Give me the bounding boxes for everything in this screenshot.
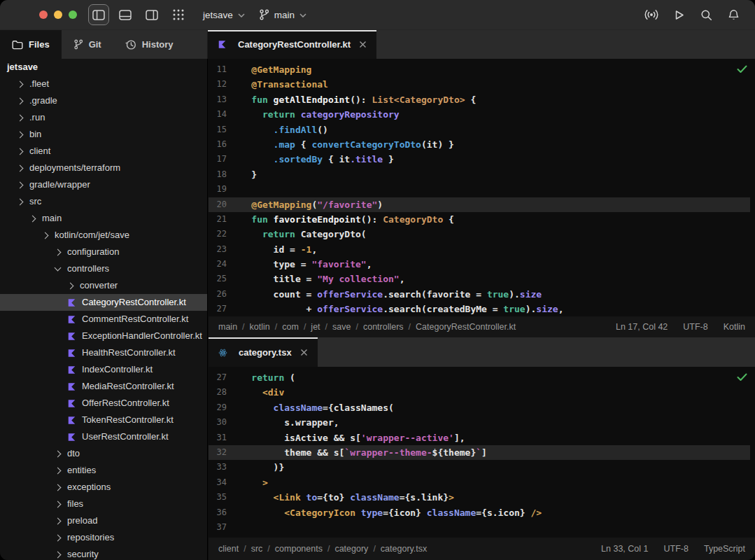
code-line[interactable]: 37 — [209, 520, 750, 535]
breadcrumb-item[interactable]: com — [282, 322, 299, 332]
breadcrumb-top[interactable]: main/kotlin/com/jet/save/controllers/Cat… — [218, 322, 616, 332]
editor-pane-top[interactable]: 11 @GetMapping12 @Transactional13 fun ge… — [209, 59, 755, 316]
tab-git[interactable]: Git — [62, 30, 113, 59]
tree-file-item[interactable]: IndexController.kt — [0, 361, 207, 378]
tree-folder-item[interactable]: main — [0, 210, 207, 227]
code-line[interactable]: 11 @GetMapping — [209, 62, 750, 77]
chevron-right-icon[interactable] — [17, 164, 24, 172]
tree-file-item[interactable]: CategoryRestController.kt — [0, 294, 207, 311]
code-line[interactable]: 15 .findAll() — [209, 122, 750, 137]
tree-folder-item[interactable]: configuration — [0, 244, 207, 260]
tree-root-item[interactable]: jetsave — [0, 59, 207, 76]
inspections-ok-icon[interactable] — [737, 65, 747, 74]
tree-folder-item[interactable]: kotlin/com/jet/save — [0, 227, 207, 244]
chevron-right-icon[interactable] — [17, 80, 24, 88]
breadcrumb-item[interactable]: main — [218, 322, 237, 332]
breadcrumb-item[interactable]: client — [218, 544, 239, 554]
live-share-button[interactable] — [642, 6, 661, 24]
chevron-right-icon[interactable] — [17, 131, 24, 138]
code-line[interactable]: 28 <div — [209, 385, 750, 400]
tree-file-item[interactable]: HealthRestController.kt — [0, 344, 207, 361]
tree-folder-item[interactable]: preload — [0, 512, 207, 529]
tree-folder-item[interactable]: repositories — [0, 529, 207, 546]
file-language[interactable]: TypeScript — [704, 544, 745, 554]
tree-folder-item[interactable]: deployments/terraform — [0, 160, 207, 176]
tree-folder-item[interactable]: converter — [0, 277, 207, 294]
code-line[interactable]: 21 fun favoriteEndpoint(): CategoryDto { — [209, 212, 750, 227]
workspaces-grid-button[interactable] — [168, 4, 189, 25]
chevron-right-icon[interactable] — [55, 484, 62, 491]
run-button[interactable] — [670, 6, 688, 24]
chevron-right-icon[interactable] — [55, 551, 62, 558]
toggle-left-panel-button[interactable] — [88, 4, 109, 25]
tree-folder-item[interactable]: files — [0, 496, 207, 512]
chevron-right-icon[interactable] — [17, 181, 24, 188]
code-line[interactable]: 34 > — [209, 475, 750, 490]
code-line[interactable]: 12 @Transactional — [209, 77, 750, 92]
chevron-right-icon[interactable] — [55, 450, 62, 457]
toggle-right-panel-button[interactable] — [141, 4, 162, 25]
tree-folder-item[interactable]: dto — [0, 445, 207, 462]
code-line[interactable]: 26 count = offerService.search(favorite … — [209, 287, 750, 302]
minimize-window-button[interactable] — [54, 10, 62, 19]
tree-folder-item[interactable]: security — [0, 546, 207, 560]
chevron-right-icon[interactable] — [17, 198, 24, 205]
file-encoding[interactable]: UTF-8 — [664, 544, 689, 554]
close-tab-icon[interactable] — [359, 41, 367, 48]
chevron-right-icon[interactable] — [42, 232, 49, 239]
code-line[interactable]: 13 fun getAllEndpoint(): List<CategoryDt… — [209, 92, 750, 107]
tree-folder-item[interactable]: entities — [0, 462, 207, 479]
code-line[interactable]: 31 isActive && s['wrapper--active'], — [209, 430, 750, 445]
inspections-ok-icon[interactable] — [737, 373, 747, 382]
tree-file-item[interactable]: UserRestController.kt — [0, 428, 207, 445]
close-tab-icon[interactable] — [300, 349, 308, 356]
tab-history[interactable]: History — [113, 30, 185, 59]
tree-folder-item[interactable]: .gradle — [0, 92, 207, 109]
editor-tab-tsx-file[interactable]: category.tsx — [209, 337, 318, 367]
code-line[interactable]: 23 id = -1, — [209, 242, 750, 257]
code-line[interactable]: 27 + offerService.search(createdByMe = t… — [209, 302, 750, 316]
tree-file-item[interactable]: OfferRestController.kt — [0, 395, 207, 412]
tree-file-item[interactable]: ExceptionHandlerController.kt — [0, 328, 207, 344]
toggle-bottom-panel-button[interactable] — [115, 4, 136, 25]
chevron-right-icon[interactable] — [55, 248, 62, 255]
tree-folder-item[interactable]: client — [0, 143, 207, 160]
breadcrumb-item[interactable]: components — [275, 544, 323, 554]
chevron-right-icon[interactable] — [17, 97, 24, 104]
branch-selector[interactable]: main — [259, 9, 306, 20]
code-line[interactable]: 24 type = "favorite", — [209, 257, 750, 272]
tree-file-item[interactable]: TokenRestController.kt — [0, 412, 207, 428]
breadcrumb-item[interactable]: category — [334, 544, 368, 554]
code-line[interactable]: 16 .map { convertCategoryToDto(it) } — [209, 137, 750, 152]
close-window-button[interactable] — [39, 10, 48, 19]
code-line[interactable]: 14 return categoryRepository — [209, 107, 750, 122]
caret-position[interactable]: Ln 33, Col 1 — [601, 544, 648, 554]
code-line-current[interactable]: 32 theme && s[`wrapper--theme-${theme}`] — [209, 445, 750, 460]
chevron-right-icon[interactable] — [55, 500, 62, 507]
breadcrumb-item[interactable]: controllers — [363, 322, 404, 332]
chevron-right-icon[interactable] — [55, 467, 62, 474]
code-line[interactable]: 19 — [209, 182, 750, 197]
tree-file-item[interactable]: CommentRestController.kt — [0, 311, 207, 328]
tree-folder-item[interactable]: .run — [0, 109, 207, 126]
breadcrumb-item[interactable]: CategoryRestController.kt — [416, 322, 516, 332]
breadcrumb-item[interactable]: jet — [311, 322, 320, 332]
tree-folder-item[interactable]: src — [0, 193, 207, 210]
chevron-right-icon[interactable] — [55, 534, 62, 541]
code-line[interactable]: 22 return CategoryDto( — [209, 227, 750, 241]
chevron-right-icon[interactable] — [17, 148, 24, 155]
breadcrumb-bottom[interactable]: client/src/components/category/category.… — [218, 544, 601, 554]
tree-folder-item[interactable]: bin — [0, 126, 207, 143]
code-line[interactable]: 30 s.wrapper, — [209, 415, 750, 430]
chevron-right-icon[interactable] — [55, 517, 62, 524]
file-encoding[interactable]: UTF-8 — [683, 322, 707, 332]
chevron-right-icon[interactable] — [17, 114, 24, 121]
tree-folder-item[interactable]: exceptions — [0, 479, 207, 496]
zoom-window-button[interactable] — [69, 10, 77, 19]
search-button[interactable] — [697, 6, 715, 24]
file-language[interactable]: Kotlin — [724, 322, 745, 332]
breadcrumb-item[interactable]: category.tsx — [381, 544, 427, 554]
project-selector[interactable]: jetsave — [203, 10, 245, 20]
caret-position[interactable]: Ln 17, Col 42 — [616, 322, 668, 332]
code-line[interactable]: 25 title = "My collection", — [209, 272, 750, 286]
